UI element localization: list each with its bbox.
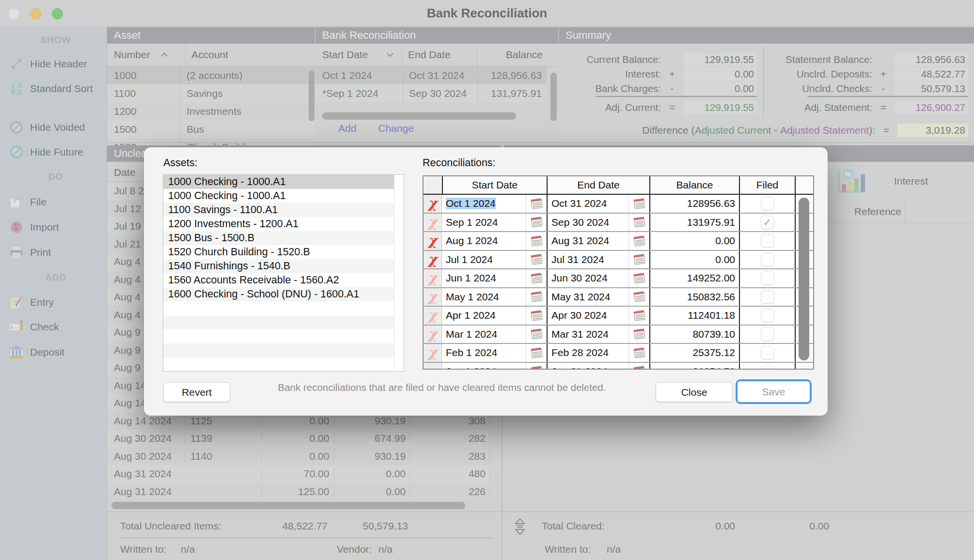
start-date-header[interactable]: Start Date [442, 176, 547, 194]
filed-checkbox[interactable]: ✓ [761, 346, 774, 359]
assets-list-scrollbar-track[interactable] [394, 175, 404, 371]
sidebar-item[interactable]: AZ Standard Sort [0, 78, 107, 99]
filed-checkbox[interactable]: ✓ [761, 197, 774, 210]
account-column-header[interactable]: Account [185, 44, 315, 66]
asset-table-row[interactable]: 1100 Savings [107, 84, 315, 102]
filed-checkbox[interactable]: ✓ [761, 234, 774, 248]
window-titlebar[interactable]: Bank Reconciliation [0, 0, 974, 27]
end-date-field[interactable]: Oct 31 2024 [547, 195, 628, 213]
end-date-field[interactable]: Jul 31 2024 [547, 251, 628, 269]
balance-field[interactable]: 128956.63 [649, 195, 739, 213]
start-date-picker-button[interactable] [526, 269, 547, 287]
recon-horizontal-scrollbar[interactable] [322, 112, 516, 120]
end-date-picker-button[interactable] [628, 326, 649, 343]
sidebar-item[interactable]: SHOW [0, 33, 107, 47]
filed-checkbox[interactable]: ✓ [761, 216, 774, 229]
balance-field[interactable]: 150832.56 [649, 288, 739, 306]
end-date-column-header[interactable]: End Date [402, 44, 477, 66]
start-date-picker-button[interactable] [526, 232, 547, 250]
uncleared-item-row[interactable]: Aug 31 2024 70.00 0.00 480 [107, 465, 490, 483]
balance-field[interactable]: 112401.18 [649, 307, 739, 325]
end-date-picker-button[interactable] [628, 251, 649, 269]
start-date-field[interactable]: Apr 1 2024 [442, 307, 526, 325]
asset-list-item[interactable]: 1520 Church Building - 1520.B [163, 245, 395, 259]
sidebar-item[interactable]: Print [0, 242, 107, 263]
balance-field[interactable]: 131975.91 [649, 214, 739, 232]
sidebar-item[interactable]: Hide Voided [0, 117, 107, 138]
balance-field[interactable]: 0.00 [649, 251, 739, 269]
sidebar-item[interactable]: File [0, 191, 107, 213]
delete-row-button[interactable]: χ [424, 307, 442, 325]
start-date-picker-button[interactable] [526, 288, 547, 306]
end-date-picker-button[interactable] [628, 363, 649, 370]
end-date-field[interactable]: Sep 30 2024 [547, 214, 628, 232]
expand-totals-icon[interactable] [514, 517, 526, 538]
delete-row-button[interactable]: χ [424, 251, 442, 269]
delete-row-button[interactable]: χ [424, 214, 442, 232]
start-date-field[interactable]: Jun 1 2024 [442, 269, 526, 287]
end-date-field[interactable]: Apr 30 2024 [547, 307, 628, 325]
save-button[interactable]: Save [736, 379, 812, 404]
end-date-picker-button[interactable] [628, 288, 649, 306]
sidebar-item[interactable]: Hide Future [0, 141, 107, 163]
balance-field[interactable]: 80739.10 [649, 326, 739, 343]
start-date-picker-button[interactable] [526, 344, 547, 362]
end-date-field[interactable]: Feb 28 2024 [547, 344, 628, 362]
filed-checkbox[interactable]: ✓ [761, 271, 774, 285]
start-date-field[interactable]: Sep 1 2024 [442, 214, 526, 232]
asset-vertical-scrollbar[interactable] [309, 70, 314, 121]
asset-list-item[interactable]: 1000 Checking - 1000.A1 [163, 189, 395, 203]
revert-button[interactable]: Revert [163, 382, 230, 402]
delete-row-button[interactable]: χ [424, 232, 442, 250]
change-reconciliation-link[interactable]: Change [378, 123, 414, 134]
close-button[interactable]: Close [656, 382, 733, 402]
start-date-picker-button[interactable] [526, 363, 547, 370]
end-date-picker-button[interactable] [628, 307, 649, 325]
end-date-field[interactable]: Aug 31 2024 [547, 232, 628, 250]
recon-vertical-scrollbar[interactable] [550, 73, 557, 121]
filed-checkbox[interactable]: ✓ [761, 309, 774, 322]
balance-field[interactable]: 21254.50 [649, 363, 739, 370]
uncleared-item-row[interactable]: Aug 30 2024 1139 0.00 674.99 282 [107, 430, 490, 448]
asset-list-item[interactable]: 1100 Savings - 1100.A1 [163, 203, 395, 217]
asset-table-row[interactable]: 1520 Church Building [107, 138, 315, 145]
start-date-field[interactable]: May 1 2024 [442, 288, 526, 306]
start-date-field[interactable]: Feb 1 2024 [442, 344, 526, 362]
balance-field[interactable]: 25375.12 [649, 344, 739, 362]
start-date-picker-button[interactable] [526, 326, 547, 343]
start-date-field[interactable]: Oct 1 2024 [442, 195, 526, 213]
end-date-picker-button[interactable] [628, 232, 649, 250]
add-reconciliation-link[interactable]: Add [338, 123, 356, 134]
date-column-header[interactable]: Date [107, 167, 135, 178]
delete-row-button[interactable]: χ [424, 326, 442, 343]
balance-header[interactable]: Balance [649, 176, 739, 194]
asset-list-item[interactable]: 1000 Checking - 1000.A1 [163, 175, 395, 189]
delete-row-button[interactable]: χ [424, 363, 442, 370]
filed-header[interactable]: Filed [739, 176, 795, 194]
asset-list-item[interactable]: 1500 Bus - 1500.B [163, 231, 395, 245]
filed-checkbox[interactable]: ✓ [761, 327, 774, 341]
asset-list-item[interactable]: 1600 Checking - School (DNU) - 1600.A1 [163, 287, 395, 301]
asset-list-item[interactable]: 1540 Furnishings - 1540.B [163, 259, 395, 273]
reconciliations-scrollbar[interactable] [799, 198, 809, 360]
sidebar-item[interactable]: ADD [0, 270, 107, 285]
sidebar-item[interactable]: $ Check [0, 316, 107, 338]
start-date-picker-button[interactable] [526, 214, 547, 232]
uncleared-item-row[interactable]: Aug 30 2024 1140 0.00 930.19 283 [107, 448, 490, 466]
start-date-field[interactable]: Jan 1 2024 [442, 363, 526, 370]
sidebar-item[interactable]: Import [0, 217, 107, 238]
start-date-field[interactable]: Aug 1 2024 [442, 232, 526, 250]
end-date-picker-button[interactable] [628, 344, 649, 362]
end-date-field[interactable]: Jun 30 2024 [547, 269, 628, 287]
uncleared-item-row[interactable]: Aug 31 2024 125.00 0.00 226 [107, 483, 490, 500]
start-date-field[interactable]: Mar 1 2024 [442, 326, 526, 343]
start-date-picker-button[interactable] [526, 307, 547, 325]
filed-checkbox[interactable]: ✓ [761, 365, 774, 370]
balance-field[interactable]: 0.00 [649, 232, 739, 250]
interest-chart-icon[interactable]: % [835, 168, 869, 196]
start-date-picker-button[interactable] [526, 251, 547, 269]
sidebar-item[interactable]: Deposit [0, 342, 107, 363]
filed-checkbox[interactable]: ✓ [761, 253, 774, 266]
delete-row-button[interactable]: χ [424, 344, 442, 362]
number-column-header[interactable]: Number [107, 49, 160, 61]
